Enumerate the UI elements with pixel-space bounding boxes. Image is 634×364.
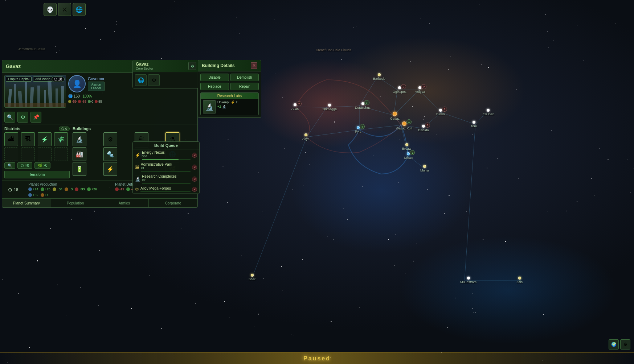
barbedo-label: Barbedo [373,77,385,80]
system-altys[interactable]: Altys [302,133,310,141]
system-duracchus[interactable]: ● Duracchus [355,102,371,109]
gavaz-label: Gavaz [390,117,400,120]
star [282,290,283,291]
system-discida[interactable]: ? Discida [418,125,429,132]
star [466,264,466,264]
sector-name: Gavaz [136,62,153,67]
star [56,52,57,53]
br-icon-1[interactable]: ⚙ [620,339,630,349]
star [241,256,242,256]
system-gavaz[interactable]: Gavaz [390,112,400,120]
system-zais[interactable]: Zais [516,277,523,284]
system-barbedo[interactable]: Barbedo [373,73,385,80]
district-slot-7[interactable] [54,147,68,161]
stat-pop: 👥 160 [68,94,80,98]
action-pin-btn[interactable]: 📌 [30,112,41,123]
building-slot-0[interactable]: 🔬 [73,132,86,146]
pyla-label: Pyla [355,130,361,133]
building-slot-4[interactable]: 🏭 [73,147,86,161]
building-slot-1[interactable]: ⚙ [103,132,117,146]
star [284,148,285,149]
star [497,158,498,159]
district-slot-2[interactable]: ⚡ [38,132,52,146]
district-slot-4[interactable] [4,147,18,161]
system-els-oilx[interactable]: Els Oilx [483,109,494,116]
queue-cancel-2[interactable]: ✕ [192,177,197,182]
district-slot-0[interactable]: 🏙 [4,132,18,146]
assign-leader-btn[interactable]: Assign Leader [88,82,105,91]
star [253,251,254,252]
world-type-badge: Arid World [33,76,53,82]
district-slot-6[interactable] [38,147,52,161]
repair-btn[interactable]: Repair [230,83,259,90]
star [447,327,448,328]
system-uthan[interactable]: ● Uthan [404,152,413,160]
system-dimm[interactable]: ? Dimm [436,109,445,116]
system-ardyya[interactable]: ? Ardyya [415,86,425,94]
star [57,285,58,285]
queue-cancel-0[interactable]: ✕ [192,153,197,158]
building-slot-5[interactable]: 🔩 [103,147,117,161]
magnify-btn[interactable]: 🔍 [4,162,15,169]
action-gear-btn[interactable]: ⚙ [17,112,28,123]
sector-icon-btn[interactable]: ⚙ [188,62,196,70]
system-ercaw[interactable]: Ercaw [402,143,411,150]
system-gavaz-xull[interactable]: ● Gavaz Xull [396,121,412,130]
star [310,164,310,165]
tab-planet-summary[interactable]: Planet Summary [2,199,51,207]
murra-dot [423,165,426,168]
star [331,321,331,322]
slots-x-btn[interactable]: ⬡ ×0 [17,162,32,169]
queue-cancel-1[interactable]: ✕ [192,165,197,170]
tab-population[interactable]: Population [51,199,100,207]
queue-item-0[interactable]: ⚡ Energy Nexus 384 ✕ [133,149,199,161]
terraform-btn[interactable]: Terraform [4,171,70,178]
queue-cancel-3[interactable]: ✕ [192,187,197,192]
demolish-btn[interactable]: Demolish [230,74,259,81]
icon-diplomacy-btn[interactable]: ⚔ [58,3,71,16]
building-slot-9[interactable]: ⚡ [103,162,117,176]
planet-resource-grid: -59 -83 0 85 [68,100,195,103]
queue-item-2[interactable]: 🔬 Research Complexes #2 ✕ [133,173,199,185]
district-slot-3[interactable]: 🌾 [54,132,68,146]
queue-item-3[interactable]: ⚙ Alloy Mega-Forges ✕ [133,185,199,194]
system-shar[interactable]: Shar [249,274,255,281]
sector-slot-0[interactable]: 🌐 [135,74,147,86]
disable-btn[interactable]: Disable [200,74,229,81]
br-icon-0[interactable]: 🌍 [609,339,619,349]
system-thimagga[interactable]: Thimagga [322,104,337,111]
tab-armies[interactable]: Armies [100,199,149,207]
building-slot-8[interactable]: 🔋 [73,162,86,176]
def-val-0: -19 [119,187,124,191]
icon-skull-btn[interactable]: 💀 [44,3,57,16]
queue-info-3: Alloy Mega-Forges [140,186,191,192]
district-slot-1[interactable]: 🏗 [21,132,35,146]
star [393,320,393,320]
replace-btn[interactable]: Replace [200,83,229,90]
district-grid: 🏙 🏗 ⚡ 🌾 [4,132,70,161]
system-atlas[interactable]: ? Atlas [291,103,299,111]
system-ogikapos[interactable]: ? Ogikapos [393,86,406,94]
star [362,186,363,187]
queue-progress-fill-0 [142,159,179,160]
star [229,318,229,318]
star [410,61,411,62]
system-muudstram[interactable]: Muudstram [460,277,476,284]
system-murra[interactable]: Murra [420,165,429,172]
build-queue-panel: Build Queue ⚡ Energy Nexus 384 ✕ 🏛 Admin… [132,141,200,194]
tab-corporate[interactable]: Corporate [149,199,197,207]
barbedo-dot [378,73,381,76]
prod-val-4: +33 [79,187,85,191]
mineral-icon [78,100,81,103]
system-pyla[interactable]: ● Pyla [355,126,361,133]
dimm-dot [439,109,442,112]
sector-slot-1[interactable]: ⚙ [148,74,160,86]
district-slot-5[interactable] [21,147,35,161]
tree-x-btn[interactable]: 🌿 ×0 [34,162,50,169]
action-magnify-btn[interactable]: 🔍 [4,112,15,123]
icon-galaxy-btn[interactable]: 🌐 [73,3,86,16]
queue-item-1[interactable]: 🏛 Administrative Park #1 ✕ [133,161,199,173]
star [617,237,617,237]
building-details-close-btn[interactable]: ✕ [251,62,257,69]
system-tom[interactable]: Tom [471,121,477,128]
